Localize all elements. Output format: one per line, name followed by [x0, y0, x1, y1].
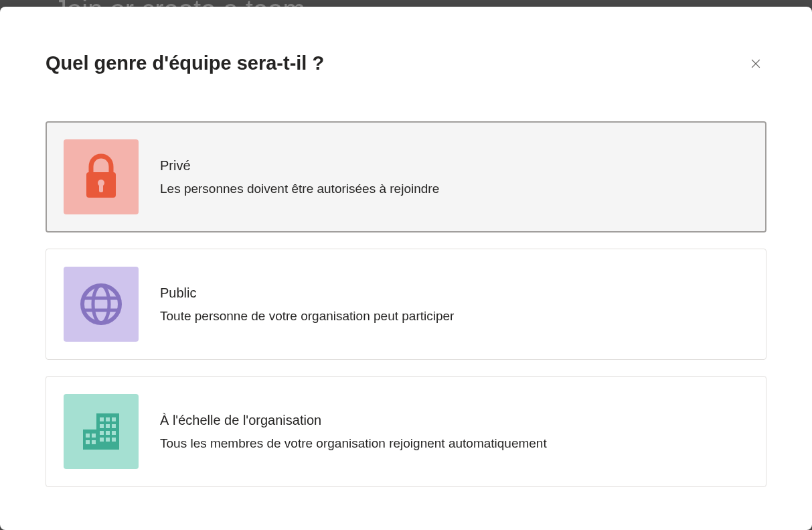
- svg-rect-22: [112, 438, 116, 442]
- svg-rect-21: [106, 438, 110, 442]
- globe-icon-tile: [64, 267, 139, 342]
- svg-rect-13: [112, 417, 116, 421]
- lock-icon: [81, 153, 121, 200]
- svg-rect-20: [100, 438, 104, 442]
- building-icon: [78, 408, 125, 455]
- close-button[interactable]: [745, 53, 766, 74]
- svg-rect-14: [100, 424, 104, 428]
- close-icon: [749, 57, 762, 70]
- option-private[interactable]: Privé Les personnes doivent être autoris…: [46, 121, 766, 233]
- option-org-title: À l'échelle de l'organisation: [160, 413, 547, 428]
- modal-header: Quel genre d'équipe sera-t-il ?: [46, 52, 766, 74]
- modal-title: Quel genre d'équipe sera-t-il ?: [46, 52, 324, 74]
- option-public[interactable]: Public Toute personne de votre organisat…: [46, 249, 766, 360]
- option-org-text: À l'échelle de l'organisation Tous les m…: [160, 413, 547, 451]
- option-private-desc: Les personnes doivent être autorisées à …: [160, 182, 439, 196]
- svg-rect-12: [106, 417, 110, 421]
- svg-rect-17: [100, 431, 104, 435]
- option-private-text: Privé Les personnes doivent être autoris…: [160, 158, 439, 196]
- svg-rect-15: [106, 424, 110, 428]
- option-public-text: Public Toute personne de votre organisat…: [160, 285, 454, 324]
- globe-icon: [79, 282, 123, 326]
- building-icon-tile: [64, 394, 139, 469]
- svg-rect-23: [86, 434, 90, 438]
- svg-rect-25: [86, 440, 90, 444]
- option-private-title: Privé: [160, 158, 439, 174]
- svg-rect-4: [99, 184, 103, 192]
- svg-rect-11: [100, 417, 104, 421]
- team-type-modal: Quel genre d'équipe sera-t-il ? Privé Le…: [0, 7, 812, 530]
- svg-rect-19: [112, 431, 116, 435]
- svg-rect-18: [106, 431, 110, 435]
- svg-rect-24: [92, 434, 96, 438]
- option-public-desc: Toute personne de votre organisation peu…: [160, 309, 454, 324]
- svg-rect-26: [92, 440, 96, 444]
- svg-rect-10: [83, 429, 100, 450]
- svg-rect-16: [112, 424, 116, 428]
- option-org[interactable]: À l'échelle de l'organisation Tous les m…: [46, 376, 766, 487]
- option-org-desc: Tous les membres de votre organisation r…: [160, 436, 547, 451]
- svg-point-6: [93, 285, 109, 323]
- svg-point-5: [82, 285, 120, 323]
- option-public-title: Public: [160, 285, 454, 301]
- lock-icon-tile: [64, 139, 139, 214]
- team-type-options: Privé Les personnes doivent être autoris…: [46, 121, 766, 487]
